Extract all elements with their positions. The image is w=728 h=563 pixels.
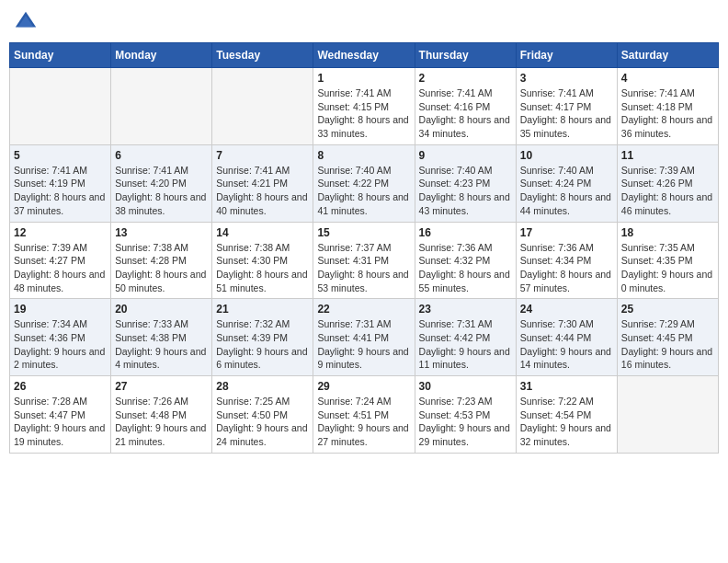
calendar-cell: 30Sunrise: 7:23 AM Sunset: 4:53 PM Dayli…	[415, 376, 516, 454]
day-number: 4	[621, 72, 714, 85]
calendar-week-row: 19Sunrise: 7:34 AM Sunset: 4:36 PM Dayli…	[10, 299, 719, 376]
day-info: Sunrise: 7:32 AM Sunset: 4:39 PM Dayligh…	[216, 317, 309, 372]
day-info: Sunrise: 7:31 AM Sunset: 4:42 PM Dayligh…	[419, 317, 512, 372]
day-number: 19	[14, 303, 107, 316]
day-number: 2	[419, 72, 512, 85]
day-number: 16	[419, 226, 512, 239]
day-info: Sunrise: 7:41 AM Sunset: 4:15 PM Dayligh…	[317, 86, 410, 141]
day-number: 31	[520, 380, 613, 393]
calendar-cell: 20Sunrise: 7:33 AM Sunset: 4:38 PM Dayli…	[111, 299, 212, 376]
day-info: Sunrise: 7:40 AM Sunset: 4:22 PM Dayligh…	[317, 164, 410, 218]
day-info: Sunrise: 7:39 AM Sunset: 4:27 PM Dayligh…	[14, 241, 107, 295]
day-info: Sunrise: 7:41 AM Sunset: 4:17 PM Dayligh…	[520, 86, 613, 141]
calendar-cell: 26Sunrise: 7:28 AM Sunset: 4:47 PM Dayli…	[10, 376, 111, 454]
day-number: 30	[419, 380, 512, 393]
day-info: Sunrise: 7:33 AM Sunset: 4:38 PM Dayligh…	[115, 317, 208, 372]
day-number: 25	[621, 303, 714, 316]
day-info: Sunrise: 7:35 AM Sunset: 4:35 PM Dayligh…	[621, 241, 714, 295]
day-number: 8	[317, 149, 410, 162]
calendar-cell: 9Sunrise: 7:40 AM Sunset: 4:23 PM Daylig…	[415, 144, 516, 222]
day-number: 18	[621, 226, 714, 239]
day-info: Sunrise: 7:30 AM Sunset: 4:44 PM Dayligh…	[520, 317, 613, 372]
calendar-cell: 21Sunrise: 7:32 AM Sunset: 4:39 PM Dayli…	[212, 299, 313, 376]
calendar-cell: 3Sunrise: 7:41 AM Sunset: 4:17 PM Daylig…	[516, 68, 617, 145]
day-info: Sunrise: 7:40 AM Sunset: 4:24 PM Dayligh…	[520, 164, 613, 218]
day-number: 24	[520, 303, 613, 316]
day-info: Sunrise: 7:40 AM Sunset: 4:23 PM Dayligh…	[419, 164, 512, 218]
calendar-cell	[212, 68, 313, 145]
calendar-cell: 6Sunrise: 7:41 AM Sunset: 4:20 PM Daylig…	[111, 144, 212, 222]
day-number: 5	[14, 149, 107, 162]
weekday-header-wednesday: Wednesday	[313, 43, 415, 68]
day-number: 10	[520, 149, 613, 162]
day-number: 12	[14, 226, 107, 239]
calendar-cell: 27Sunrise: 7:26 AM Sunset: 4:48 PM Dayli…	[111, 376, 212, 454]
logo-icon	[13, 9, 39, 35]
day-info: Sunrise: 7:41 AM Sunset: 4:21 PM Dayligh…	[216, 164, 309, 218]
day-number: 3	[520, 72, 613, 85]
calendar-cell: 2Sunrise: 7:41 AM Sunset: 4:16 PM Daylig…	[415, 68, 516, 145]
weekday-header-monday: Monday	[111, 43, 212, 68]
day-number: 17	[520, 226, 613, 239]
calendar-week-row: 5Sunrise: 7:41 AM Sunset: 4:19 PM Daylig…	[10, 144, 719, 222]
calendar-week-row: 1Sunrise: 7:41 AM Sunset: 4:15 PM Daylig…	[10, 68, 719, 145]
calendar-cell: 14Sunrise: 7:38 AM Sunset: 4:30 PM Dayli…	[212, 222, 313, 299]
day-info: Sunrise: 7:38 AM Sunset: 4:28 PM Dayligh…	[115, 241, 208, 295]
day-number: 6	[115, 149, 208, 162]
day-info: Sunrise: 7:28 AM Sunset: 4:47 PM Dayligh…	[14, 395, 107, 449]
day-number: 26	[14, 380, 107, 393]
day-info: Sunrise: 7:36 AM Sunset: 4:34 PM Dayligh…	[520, 241, 613, 295]
day-info: Sunrise: 7:23 AM Sunset: 4:53 PM Dayligh…	[419, 395, 512, 449]
day-info: Sunrise: 7:25 AM Sunset: 4:50 PM Dayligh…	[216, 395, 309, 449]
weekday-header-saturday: Saturday	[617, 43, 718, 68]
day-number: 27	[115, 380, 208, 393]
calendar-cell: 4Sunrise: 7:41 AM Sunset: 4:18 PM Daylig…	[617, 68, 718, 145]
day-number: 21	[216, 303, 309, 316]
calendar-cell: 18Sunrise: 7:35 AM Sunset: 4:35 PM Dayli…	[617, 222, 718, 299]
calendar-cell: 24Sunrise: 7:30 AM Sunset: 4:44 PM Dayli…	[516, 299, 617, 376]
day-number: 22	[317, 303, 410, 316]
calendar-cell: 25Sunrise: 7:29 AM Sunset: 4:45 PM Dayli…	[617, 299, 718, 376]
day-info: Sunrise: 7:41 AM Sunset: 4:18 PM Dayligh…	[621, 86, 714, 141]
calendar-cell: 8Sunrise: 7:40 AM Sunset: 4:22 PM Daylig…	[313, 144, 415, 222]
day-number: 13	[115, 226, 208, 239]
calendar-cell	[111, 68, 212, 145]
logo	[13, 9, 42, 35]
weekday-header-row: SundayMondayTuesdayWednesdayThursdayFrid…	[10, 43, 719, 68]
weekday-header-thursday: Thursday	[415, 43, 516, 68]
calendar-cell: 22Sunrise: 7:31 AM Sunset: 4:41 PM Dayli…	[313, 299, 415, 376]
day-number: 23	[419, 303, 512, 316]
day-number: 15	[317, 226, 410, 239]
calendar-cell: 28Sunrise: 7:25 AM Sunset: 4:50 PM Dayli…	[212, 376, 313, 454]
day-info: Sunrise: 7:24 AM Sunset: 4:51 PM Dayligh…	[317, 395, 410, 449]
calendar-week-row: 12Sunrise: 7:39 AM Sunset: 4:27 PM Dayli…	[10, 222, 719, 299]
calendar-cell: 19Sunrise: 7:34 AM Sunset: 4:36 PM Dayli…	[10, 299, 111, 376]
calendar-table: SundayMondayTuesdayWednesdayThursdayFrid…	[9, 42, 719, 454]
calendar-cell: 23Sunrise: 7:31 AM Sunset: 4:42 PM Dayli…	[415, 299, 516, 376]
day-info: Sunrise: 7:31 AM Sunset: 4:41 PM Dayligh…	[317, 317, 410, 372]
day-number: 11	[621, 149, 714, 162]
day-info: Sunrise: 7:36 AM Sunset: 4:32 PM Dayligh…	[419, 241, 512, 295]
day-info: Sunrise: 7:41 AM Sunset: 4:19 PM Dayligh…	[14, 164, 107, 218]
day-number: 7	[216, 149, 309, 162]
calendar-cell: 10Sunrise: 7:40 AM Sunset: 4:24 PM Dayli…	[516, 144, 617, 222]
weekday-header-tuesday: Tuesday	[212, 43, 313, 68]
calendar-cell: 31Sunrise: 7:22 AM Sunset: 4:54 PM Dayli…	[516, 376, 617, 454]
calendar-cell: 15Sunrise: 7:37 AM Sunset: 4:31 PM Dayli…	[313, 222, 415, 299]
day-info: Sunrise: 7:41 AM Sunset: 4:16 PM Dayligh…	[419, 86, 512, 141]
calendar-cell: 29Sunrise: 7:24 AM Sunset: 4:51 PM Dayli…	[313, 376, 415, 454]
page-header	[9, 9, 719, 35]
calendar-cell: 5Sunrise: 7:41 AM Sunset: 4:19 PM Daylig…	[10, 144, 111, 222]
calendar-cell: 16Sunrise: 7:36 AM Sunset: 4:32 PM Dayli…	[415, 222, 516, 299]
calendar-week-row: 26Sunrise: 7:28 AM Sunset: 4:47 PM Dayli…	[10, 376, 719, 454]
day-info: Sunrise: 7:22 AM Sunset: 4:54 PM Dayligh…	[520, 395, 613, 449]
day-number: 1	[317, 72, 410, 85]
day-number: 28	[216, 380, 309, 393]
weekday-header-friday: Friday	[516, 43, 617, 68]
calendar-cell: 1Sunrise: 7:41 AM Sunset: 4:15 PM Daylig…	[313, 68, 415, 145]
calendar-cell	[10, 68, 111, 145]
day-info: Sunrise: 7:26 AM Sunset: 4:48 PM Dayligh…	[115, 395, 208, 449]
weekday-header-sunday: Sunday	[10, 43, 111, 68]
calendar-cell: 17Sunrise: 7:36 AM Sunset: 4:34 PM Dayli…	[516, 222, 617, 299]
day-number: 14	[216, 226, 309, 239]
